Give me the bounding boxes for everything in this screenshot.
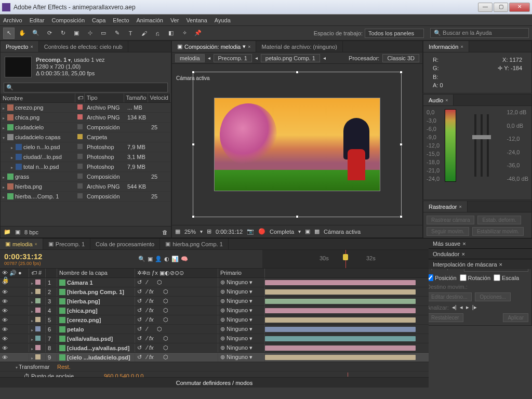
- tl-comp-icon[interactable]: ▣: [148, 256, 153, 262]
- resolution-select[interactable]: Completa: [270, 229, 294, 235]
- transparency-icon[interactable]: ▩: [314, 228, 320, 235]
- composition-viewer[interactable]: Cámara activa: [172, 64, 422, 225]
- project-list[interactable]: cerezo.png Archivo PNG... MBchica.png Ar…: [1, 103, 171, 226]
- col-layer-name[interactable]: Nombre de la capa: [57, 269, 135, 277]
- toggle-switches[interactable]: Conmutar definidores / modos: [176, 380, 252, 386]
- maximize-button[interactable]: ▢: [494, 3, 508, 12]
- btn-estab-deform[interactable]: Estab. deform.: [477, 216, 521, 224]
- tl-graph-icon[interactable]: 📊: [171, 256, 179, 262]
- panel-ondulador[interactable]: Ondulador×: [429, 248, 532, 259]
- menu-ayuda[interactable]: Ayuda: [215, 17, 231, 23]
- menu-ventana[interactable]: Ventana: [186, 17, 207, 23]
- layer-list[interactable]: 👁 1 Cámara 1 ↺ ∕ ⬡ ⊚ Ninguno ▾ 👁 2 [hier…: [0, 278, 429, 377]
- crumb-melodia[interactable]: melodia: [175, 54, 205, 62]
- menu-capa[interactable]: Capa: [92, 17, 105, 23]
- project-row[interactable]: cerezo.png Archivo PNG... MB: [1, 103, 171, 113]
- project-row[interactable]: ciudad/...lo.psd Photoshop3,1 MB: [1, 152, 171, 162]
- crumb-precomp[interactable]: Precomp. 1: [214, 54, 252, 62]
- puppet-tool[interactable]: 📌: [192, 28, 204, 39]
- crumb-petalo[interactable]: petalo.png Comp. 1: [261, 54, 320, 62]
- close-button[interactable]: ✕: [509, 3, 530, 12]
- tl-brain-icon[interactable]: 🧠: [181, 256, 188, 262]
- col-tamano[interactable]: Tamaño: [124, 94, 148, 102]
- new-comp-icon[interactable]: ▣: [15, 229, 20, 235]
- menu-editar[interactable]: Editar: [30, 17, 45, 23]
- menu-ver[interactable]: Ver: [170, 17, 179, 23]
- project-row[interactable]: hierba.png Archivo PNG544 KB: [1, 182, 171, 192]
- menu-efecto[interactable]: Efecto: [113, 17, 129, 23]
- snapshot-icon[interactable]: 📷: [247, 228, 254, 235]
- project-row[interactable]: chica.png Archivo PNG134 KB: [1, 113, 171, 123]
- rotation-tool[interactable]: ↻: [57, 28, 69, 39]
- project-row[interactable]: hierba....Comp. 1 Composición25: [1, 192, 171, 202]
- tl-blur-icon[interactable]: ◐: [164, 256, 169, 262]
- channel-icon[interactable]: 🔴: [258, 228, 265, 235]
- layer-row[interactable]: 👁 6 petalo ↺ ∕ ⬡ ⊚ Ninguno ▾: [0, 325, 429, 334]
- bpc-display[interactable]: 8 bpc: [24, 229, 38, 235]
- mask-tool[interactable]: ▭: [98, 28, 109, 39]
- view-opts-icon[interactable]: ⊞: [207, 228, 211, 235]
- tab-proyecto[interactable]: Proyecto×: [1, 41, 39, 52]
- anchor-tool[interactable]: ⊹: [84, 28, 96, 39]
- project-row[interactable]: total n...lo.psd Photoshop7,9 MB: [1, 162, 171, 172]
- tab-composition[interactable]: ▣ Composición: melodia ▾×: [172, 41, 256, 52]
- tl-search-icon[interactable]: 🔍: [138, 256, 145, 262]
- panel-interpolacion[interactable]: Interpolación de máscara×: [429, 259, 532, 269]
- btn-estabilizar[interactable]: Estabilizar movim.: [472, 227, 524, 236]
- tab-footage[interactable]: Material de archivo: (ninguno): [256, 41, 343, 52]
- audio-slider-l[interactable]: [474, 114, 476, 177]
- layer-row[interactable]: 👁 8 [ciudad...ya/vallas.psd] ↺ ∕ fx ⬡ ⊚ …: [0, 343, 429, 353]
- layer-row[interactable]: 👁 5 [cerezo.png] ↺ ∕ fx ⬡ ⊚ Ninguno ▾: [0, 315, 429, 325]
- project-row[interactable]: ciudadcielo Composición25: [1, 123, 171, 132]
- grid-icon[interactable]: ▦: [175, 228, 180, 235]
- stamp-tool[interactable]: ⎌: [152, 28, 163, 39]
- col-tag[interactable]: 🏷: [75, 94, 85, 102]
- hand-tool[interactable]: ✋: [17, 28, 28, 39]
- menu-archivo[interactable]: Archivo: [3, 17, 22, 23]
- timeline-ruler[interactable]: 30s 32s: [262, 250, 429, 268]
- trash-icon[interactable]: 🗑: [162, 229, 168, 235]
- project-row[interactable]: cielo n...lo.psd Photoshop7,9 MB: [1, 142, 171, 152]
- layer-row[interactable]: 👁 1 Cámara 1 ↺ ∕ ⬡ ⊚ Ninguno ▾: [0, 278, 429, 287]
- timeline-timecode[interactable]: 0:00:31:12: [4, 252, 135, 261]
- tl-tab-precomp[interactable]: ▣ Precomp. 1: [43, 238, 90, 249]
- text-tool[interactable]: T: [125, 28, 136, 39]
- btn-rastrear-camara[interactable]: Rastrear cámara: [427, 216, 474, 224]
- layer-row[interactable]: 👁 3 [hierba.png] ↺ ∕ fx ⬡ ⊚ Ninguno ▾: [0, 297, 429, 306]
- playhead[interactable]: [345, 250, 346, 268]
- menu-animacion[interactable]: Animación: [137, 17, 163, 23]
- project-row[interactable]: ciudadcielo capas Carpeta: [1, 132, 171, 142]
- help-search[interactable]: 🔍 Buscar en la Ayuda: [430, 28, 529, 38]
- col-velocidad[interactable]: Velocid: [148, 94, 171, 102]
- tab-rastreador[interactable]: Rastreador×: [423, 201, 468, 212]
- layer-row[interactable]: 👁 7 [valla/vallas.psd] ↺ ∕ fx ⬡ ⊚ Ningun…: [0, 334, 429, 343]
- timeline-footer[interactable]: Conmutar definidores / modos: [0, 377, 429, 388]
- tl-shy-icon[interactable]: 👤: [155, 256, 162, 262]
- renderer-select[interactable]: Classic 3D: [382, 54, 419, 62]
- folder-icon[interactable]: 📁: [4, 229, 11, 235]
- tab-controles-efectos[interactable]: Controles de efectos: cielo nub: [39, 41, 128, 52]
- tl-tab-hierba[interactable]: ▣ hierba.png Comp. 1: [160, 238, 229, 249]
- minimize-button[interactable]: —: [478, 3, 493, 12]
- workspace-select[interactable]: Todos los paneles: [365, 29, 424, 38]
- menu-composicion[interactable]: Composición: [51, 17, 85, 23]
- audio-slider-m[interactable]: [487, 114, 489, 177]
- col-nombre[interactable]: Nombre: [1, 94, 75, 102]
- selection-tool[interactable]: ↖: [3, 28, 15, 39]
- layer-row[interactable]: 👁 9 [cielo ...iudadcielo.psd] ↺ ∕ fx ⬡ ⊚…: [0, 353, 429, 362]
- layer-row[interactable]: 👁 2 [hierba.png Comp. 1] ↺ ∕ fx ⬡ ⊚ Ning…: [0, 287, 429, 297]
- pen-tool[interactable]: ✎: [111, 28, 123, 39]
- roto-tool[interactable]: ✧: [179, 28, 190, 39]
- tab-audio[interactable]: Audio×: [423, 95, 454, 105]
- zoom-tool[interactable]: 🔍: [30, 28, 42, 39]
- col-primario[interactable]: Primario: [218, 269, 265, 277]
- project-row[interactable]: grass Composición25: [1, 172, 171, 182]
- camera-tool[interactable]: ▣: [71, 28, 82, 39]
- orbit-tool[interactable]: ⟳: [44, 28, 55, 39]
- project-search[interactable]: 🔍: [4, 83, 168, 92]
- view-select[interactable]: Cámara activa: [324, 229, 361, 235]
- brush-tool[interactable]: 🖌: [138, 28, 150, 39]
- audio-slider-r[interactable]: [481, 114, 483, 177]
- btn-seguir-movim[interactable]: Seguir movim.: [427, 227, 469, 236]
- layer-row[interactable]: 👁 4 [chica.png] ↺ ∕ fx ⬡ ⊚ Ninguno ▾: [0, 306, 429, 315]
